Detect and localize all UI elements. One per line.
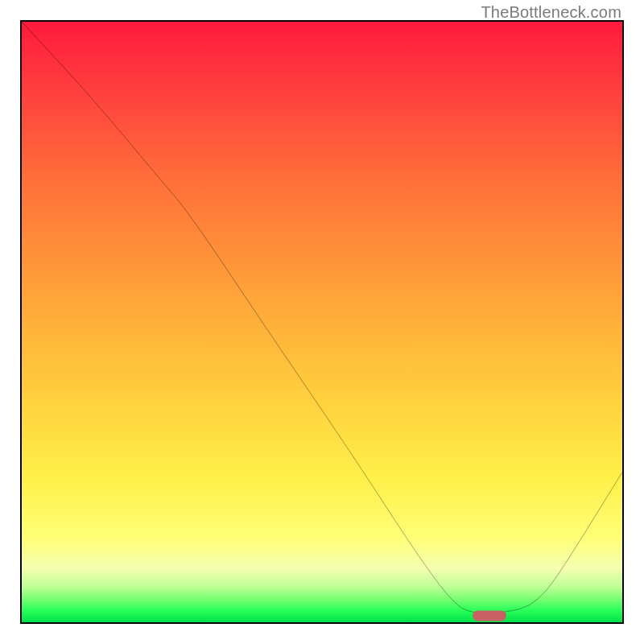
chart-frame: TheBottleneck.com: [0, 0, 644, 644]
bottleneck-curve: [22, 22, 622, 622]
watermark-text: TheBottleneck.com: [481, 3, 621, 22]
optimal-marker: [473, 611, 506, 621]
plot-area: [20, 20, 624, 624]
